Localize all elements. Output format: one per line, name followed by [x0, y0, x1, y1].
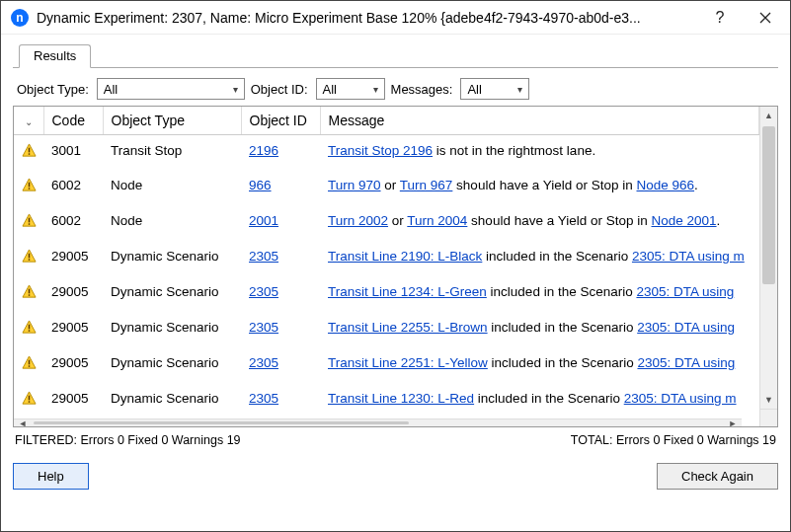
- message-link[interactable]: 2305: DTA using m: [632, 249, 745, 264]
- table-body: 3001Transit Stop2196Transit Stop 2196 is…: [14, 134, 759, 418]
- svg-rect-10: [29, 325, 31, 330]
- tabstrip: Results: [13, 40, 778, 68]
- warning-icon: [14, 383, 43, 418]
- message-link[interactable]: Turn 2004: [407, 213, 467, 228]
- scroll-corner: [759, 409, 777, 426]
- cell-code: 29005: [43, 347, 103, 383]
- col-object-type[interactable]: Object Type: [103, 107, 241, 134]
- cell-object-type: Dynamic Scenario: [103, 347, 241, 383]
- message-link[interactable]: 2305: DTA using: [637, 320, 735, 335]
- cell-message: Turn 2002 or Turn 2004 should have a Yie…: [320, 205, 759, 241]
- help-titlebar-button[interactable]: ?: [697, 2, 743, 34]
- message-link[interactable]: 2305: DTA using: [637, 355, 735, 370]
- message-link[interactable]: Transit Stop 2196: [328, 143, 433, 158]
- message-link[interactable]: Node 2001: [652, 213, 717, 228]
- col-code[interactable]: Code: [43, 107, 103, 134]
- message-link[interactable]: Node 966: [637, 178, 695, 192]
- button-row: Help Check Again: [13, 447, 778, 490]
- scroll-right-icon[interactable]: ►: [724, 419, 742, 426]
- cell-message: Transit Line 2190: L-Black included in t…: [320, 241, 759, 276]
- object-type-value: All: [104, 82, 118, 97]
- table-row[interactable]: 6002Node2001Turn 2002 or Turn 2004 shoul…: [14, 205, 759, 241]
- message-link[interactable]: 2305: DTA using: [636, 284, 734, 299]
- cell-message: Transit Line 1230: L-Red included in the…: [320, 383, 759, 418]
- status-total: TOTAL: Errors 0 Fixed 0 Warnings 19: [571, 433, 776, 447]
- message-link[interactable]: Turn 967: [400, 178, 453, 192]
- cell-message: Transit Line 2251: L-Yellow included in …: [320, 347, 759, 383]
- object-id-link[interactable]: 2305: [249, 284, 278, 299]
- chevron-down-icon: ▾: [517, 84, 522, 95]
- close-icon: [759, 12, 771, 24]
- object-id-combo[interactable]: All ▾: [316, 78, 385, 100]
- cell-code: 6002: [43, 170, 103, 205]
- object-id-link[interactable]: 966: [249, 178, 272, 192]
- vscroll-thumb[interactable]: [762, 126, 775, 284]
- horizontal-scrollbar[interactable]: ◄ ►: [14, 418, 742, 426]
- svg-rect-7: [29, 259, 31, 261]
- col-sort-icon[interactable]: ⌄: [14, 107, 43, 134]
- object-id-link[interactable]: 2305: [249, 249, 278, 264]
- object-id-link[interactable]: 2305: [249, 320, 278, 335]
- cell-object-id: 2305: [241, 312, 320, 347]
- svg-rect-1: [29, 153, 31, 155]
- message-link[interactable]: Transit Line 1230: L-Red: [328, 391, 474, 406]
- help-button[interactable]: Help: [13, 463, 89, 490]
- message-link[interactable]: Transit Line 2190: L-Black: [328, 249, 482, 264]
- scroll-left-icon[interactable]: ◄: [14, 419, 32, 426]
- message-link[interactable]: Turn 970: [328, 178, 381, 192]
- cell-code: 29005: [43, 241, 103, 276]
- close-button[interactable]: [743, 2, 788, 34]
- warning-icon: [14, 312, 43, 347]
- cell-code: 3001: [43, 134, 103, 170]
- svg-rect-12: [29, 360, 31, 365]
- object-id-link[interactable]: 2305: [249, 391, 278, 406]
- svg-rect-5: [29, 223, 31, 225]
- svg-rect-6: [29, 254, 31, 259]
- warning-icon: [14, 134, 43, 170]
- message-link[interactable]: 2305: DTA using m: [624, 391, 737, 406]
- svg-rect-0: [29, 147, 31, 152]
- cell-message: Transit Line 2255: L-Brown included in t…: [320, 312, 759, 347]
- svg-rect-2: [29, 183, 31, 188]
- message-link[interactable]: Transit Line 2251: L-Yellow: [328, 355, 488, 370]
- cell-object-type: Dynamic Scenario: [103, 312, 241, 347]
- scroll-up-icon[interactable]: ▲: [760, 107, 777, 124]
- vertical-scrollbar[interactable]: ▲ ▼: [759, 107, 777, 426]
- object-id-link[interactable]: 2196: [249, 143, 278, 158]
- cell-object-id: 2001: [241, 205, 320, 241]
- cell-object-type: Dynamic Scenario: [103, 383, 241, 418]
- object-type-combo[interactable]: All ▾: [97, 78, 245, 100]
- hscroll-thumb[interactable]: [34, 421, 409, 424]
- col-message[interactable]: Message: [320, 107, 759, 134]
- message-link[interactable]: Turn 2002: [328, 213, 388, 228]
- warning-icon: [14, 170, 43, 205]
- table-row[interactable]: 29005Dynamic Scenario2305Transit Line 12…: [14, 276, 759, 312]
- tab-results[interactable]: Results: [19, 44, 91, 68]
- table-row[interactable]: 6002Node966Turn 970 or Turn 967 should h…: [14, 170, 759, 205]
- message-link[interactable]: Transit Line 1234: L-Green: [328, 284, 487, 299]
- cell-code: 6002: [43, 205, 103, 241]
- chevron-down-icon: ▾: [233, 84, 238, 95]
- cell-message: Transit Line 1234: L-Green included in t…: [320, 276, 759, 312]
- cell-code: 29005: [43, 276, 103, 312]
- cell-object-id: 2305: [241, 241, 320, 276]
- table-row[interactable]: 29005Dynamic Scenario2305Transit Line 22…: [14, 347, 759, 383]
- scroll-down-icon[interactable]: ▼: [760, 391, 777, 409]
- table-row[interactable]: 3001Transit Stop2196Transit Stop 2196 is…: [14, 134, 759, 170]
- messages-combo[interactable]: All ▾: [460, 78, 529, 100]
- check-again-button[interactable]: Check Again: [657, 463, 778, 490]
- warning-icon: [14, 205, 43, 241]
- window-title: Dynamic Experiment: 2307, Name: Micro Ex…: [37, 10, 697, 26]
- cell-object-type: Dynamic Scenario: [103, 241, 241, 276]
- table-row[interactable]: 29005Dynamic Scenario2305Transit Line 21…: [14, 241, 759, 276]
- cell-object-type: Node: [103, 170, 241, 205]
- table-row[interactable]: 29005Dynamic Scenario2305Transit Line 12…: [14, 383, 759, 418]
- object-id-link[interactable]: 2001: [249, 213, 278, 228]
- col-object-id[interactable]: Object ID: [241, 107, 320, 134]
- cell-object-id: 966: [241, 170, 320, 205]
- table-row[interactable]: 29005Dynamic Scenario2305Transit Line 22…: [14, 312, 759, 347]
- object-id-link[interactable]: 2305: [249, 355, 278, 370]
- cell-object-type: Node: [103, 205, 241, 241]
- message-link[interactable]: Transit Line 2255: L-Brown: [328, 320, 488, 335]
- svg-rect-9: [29, 294, 31, 296]
